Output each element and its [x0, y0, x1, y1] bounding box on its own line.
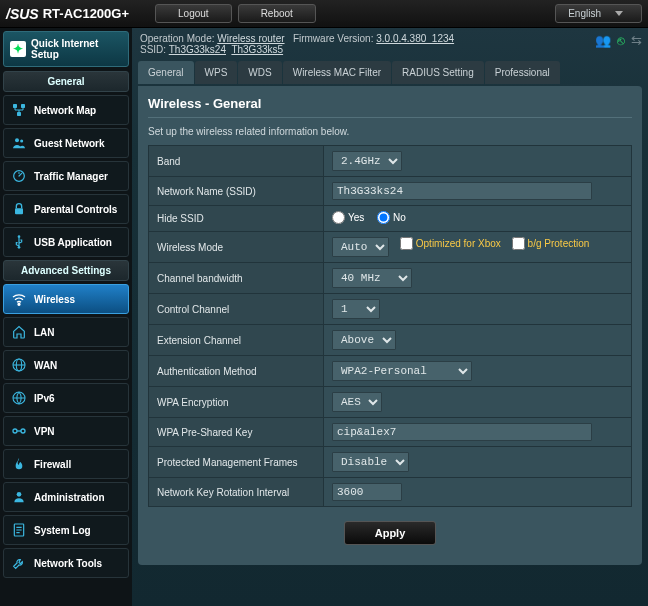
main-content: Operation Mode: Wireless router Firmware…	[132, 28, 648, 606]
sidebar-item-guest-network[interactable]: Guest Network	[3, 128, 129, 158]
extension-channel-select[interactable]: Above	[332, 330, 396, 350]
bandwidth-select[interactable]: 40 MHz	[332, 268, 412, 288]
svg-point-14	[21, 429, 25, 433]
sidebar-item-label: USB Application	[34, 237, 112, 248]
sidebar-item-vpn[interactable]: VPN	[3, 416, 129, 446]
wireless-mode-label: Wireless Mode	[149, 232, 324, 263]
hide-ssid-yes[interactable]	[332, 211, 345, 224]
svg-point-4	[20, 139, 23, 142]
wand-icon: ✦	[10, 41, 26, 57]
svg-rect-2	[17, 112, 21, 116]
panel-title: Wireless - General	[148, 96, 632, 118]
sidebar-item-network-map[interactable]: Network Map	[3, 95, 129, 125]
sidebar-item-administration[interactable]: Administration	[3, 482, 129, 512]
svg-rect-6	[15, 208, 23, 214]
sidebar-item-lan[interactable]: LAN	[3, 317, 129, 347]
admin-icon	[11, 489, 27, 505]
pmf-label: Protected Management Frames	[149, 447, 324, 478]
auth-method-label: Authentication Method	[149, 356, 324, 387]
tools-icon	[11, 555, 27, 571]
wifi-icon	[11, 291, 27, 307]
sidebar-item-label: System Log	[34, 525, 91, 536]
apply-button[interactable]: Apply	[344, 521, 437, 545]
sidebar-item-traffic-manager[interactable]: Traffic Manager	[3, 161, 129, 191]
psk-label: WPA Pre-Shared Key	[149, 418, 324, 447]
hide-ssid-no[interactable]	[377, 211, 390, 224]
svg-point-7	[18, 235, 21, 238]
sidebar-item-system-log[interactable]: System Log	[3, 515, 129, 545]
sidebar-item-label: WAN	[34, 360, 57, 371]
sidebar: ✦ Quick Internet Setup General Network M…	[0, 28, 132, 606]
sidebar-item-label: Traffic Manager	[34, 171, 108, 182]
tab-general[interactable]: General	[138, 61, 194, 84]
tab-professional[interactable]: Professional	[485, 61, 560, 84]
sidebar-item-firewall[interactable]: Firewall	[3, 449, 129, 479]
network-status-icon[interactable]: ⎋	[617, 33, 625, 48]
sidebar-item-label: Firewall	[34, 459, 71, 470]
logout-button[interactable]: Logout	[155, 4, 232, 23]
tab-wps[interactable]: WPS	[195, 61, 238, 84]
usb-status-icon[interactable]: ⇆	[631, 33, 642, 48]
reboot-button[interactable]: Reboot	[238, 4, 316, 23]
sidebar-item-label: Parental Controls	[34, 204, 117, 215]
rotation-interval-input[interactable]	[332, 483, 402, 501]
sidebar-item-label: Wireless	[34, 294, 75, 305]
xbox-checkbox[interactable]	[400, 237, 413, 250]
tab-wireless-mac-filter[interactable]: Wireless MAC Filter	[283, 61, 391, 84]
bg-protection-checkbox[interactable]	[512, 237, 525, 250]
band-label: Band	[149, 146, 324, 177]
svg-point-8	[18, 246, 21, 249]
wpa-encryption-label: WPA Encryption	[149, 387, 324, 418]
tab-wds[interactable]: WDS	[238, 61, 281, 84]
fire-icon	[11, 456, 27, 472]
log-icon	[11, 522, 27, 538]
sidebar-item-network-tools[interactable]: Network Tools	[3, 548, 129, 578]
sidebar-heading-general: General	[3, 71, 129, 92]
traffic-icon	[11, 168, 27, 184]
sidebar-item-label: Network Map	[34, 105, 96, 116]
control-channel-select[interactable]: 1	[332, 299, 380, 319]
wireless-mode-select[interactable]: Auto	[332, 237, 389, 257]
sidebar-item-parental-controls[interactable]: Parental Controls	[3, 194, 129, 224]
ssid2-link[interactable]: Th3G33ks5	[231, 44, 283, 55]
usb-icon	[11, 234, 27, 250]
firmware-link[interactable]: 3.0.0.4.380_1234	[376, 33, 454, 44]
sidebar-item-label: Network Tools	[34, 558, 102, 569]
sidebar-item-wireless[interactable]: Wireless	[3, 284, 129, 314]
language-selector[interactable]: English	[555, 4, 642, 23]
home-icon	[11, 324, 27, 340]
extension-channel-label: Extension Channel	[149, 325, 324, 356]
user-icon[interactable]: 👥	[595, 33, 611, 48]
sidebar-item-label: Guest Network	[34, 138, 105, 149]
tab-bar: GeneralWPSWDSWireless MAC FilterRADIUS S…	[138, 61, 642, 84]
auth-method-select[interactable]: WPA2-Personal	[332, 361, 472, 381]
hide-ssid-label: Hide SSID	[149, 206, 324, 232]
status-bar: Operation Mode: Wireless router Firmware…	[138, 32, 642, 61]
netmap-icon	[11, 102, 27, 118]
lock-icon	[11, 201, 27, 217]
op-mode-link[interactable]: Wireless router	[217, 33, 284, 44]
brand-logo: /SUS RT-AC1200G+	[6, 6, 129, 22]
svg-rect-0	[13, 104, 17, 108]
wpa-encryption-select[interactable]: AES	[332, 392, 382, 412]
svg-point-15	[17, 492, 22, 497]
ssid-label: Network Name (SSID)	[149, 177, 324, 206]
sidebar-item-ipv6[interactable]: IPv6	[3, 383, 129, 413]
vpn-icon	[11, 423, 27, 439]
sidebar-item-label: Administration	[34, 492, 105, 503]
sidebar-item-label: LAN	[34, 327, 55, 338]
settings-panel: Wireless - General Set up the wireless r…	[138, 86, 642, 565]
pmf-select[interactable]: Disable	[332, 452, 409, 472]
quick-internet-setup[interactable]: ✦ Quick Internet Setup	[3, 31, 129, 67]
svg-point-3	[15, 138, 19, 142]
sidebar-item-wan[interactable]: WAN	[3, 350, 129, 380]
sidebar-item-label: IPv6	[34, 393, 55, 404]
sidebar-item-label: VPN	[34, 426, 55, 437]
tab-radius-setting[interactable]: RADIUS Setting	[392, 61, 484, 84]
band-select[interactable]: 2.4GHz	[332, 151, 402, 171]
psk-input[interactable]	[332, 423, 592, 441]
ssid-input[interactable]	[332, 182, 592, 200]
bandwidth-label: Channel bandwidth	[149, 263, 324, 294]
ssid1-link[interactable]: Th3G33ks24	[169, 44, 226, 55]
sidebar-item-usb-application[interactable]: USB Application	[3, 227, 129, 257]
